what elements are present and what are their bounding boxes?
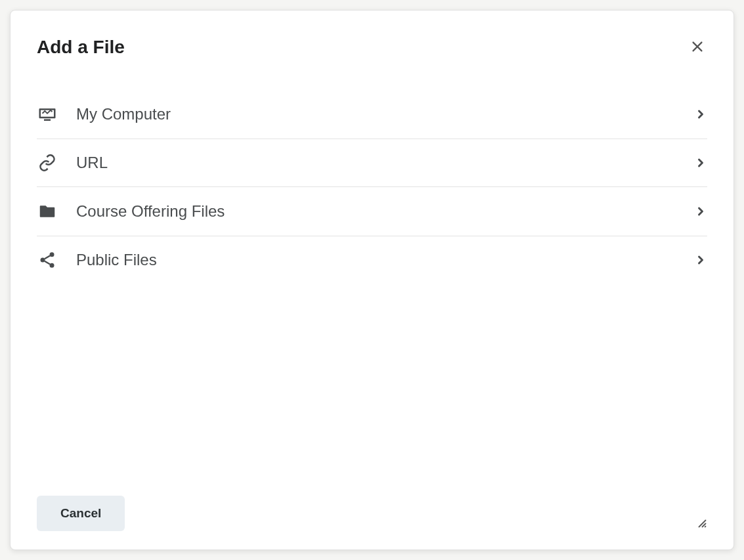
svg-point-3 bbox=[50, 252, 55, 257]
svg-line-10 bbox=[705, 527, 706, 527]
option-label: Course Offering Files bbox=[76, 202, 676, 221]
chevron-right-icon bbox=[694, 205, 707, 218]
dialog-title: Add a File bbox=[37, 37, 125, 58]
resize-handle[interactable] bbox=[694, 515, 707, 531]
add-file-dialog: Add a File My Computer bbox=[10, 10, 734, 550]
source-options-list: My Computer URL bbox=[37, 90, 707, 284]
chevron-right-icon bbox=[694, 108, 707, 121]
cancel-button[interactable]: Cancel bbox=[37, 496, 125, 531]
dialog-header: Add a File bbox=[37, 37, 707, 58]
svg-line-6 bbox=[45, 256, 50, 259]
computer-icon bbox=[37, 104, 58, 124]
dialog-footer: Cancel bbox=[37, 496, 707, 531]
share-icon bbox=[37, 251, 58, 269]
close-button[interactable] bbox=[688, 37, 707, 58]
folder-icon bbox=[37, 202, 58, 221]
link-icon bbox=[37, 154, 58, 172]
svg-rect-2 bbox=[44, 119, 51, 121]
svg-point-4 bbox=[41, 258, 45, 263]
option-label: Public Files bbox=[76, 251, 676, 269]
option-label: My Computer bbox=[76, 105, 676, 123]
option-course-offering-files[interactable]: Course Offering Files bbox=[37, 187, 707, 236]
option-url[interactable]: URL bbox=[37, 139, 707, 187]
spacer bbox=[37, 284, 707, 496]
svg-line-8 bbox=[699, 521, 706, 527]
svg-point-5 bbox=[50, 263, 55, 268]
svg-line-7 bbox=[45, 261, 50, 265]
chevron-right-icon bbox=[694, 156, 707, 169]
chevron-right-icon bbox=[694, 253, 707, 267]
option-public-files[interactable]: Public Files bbox=[37, 236, 707, 284]
option-my-computer[interactable]: My Computer bbox=[37, 90, 707, 139]
close-icon bbox=[690, 39, 705, 56]
option-label: URL bbox=[76, 154, 676, 172]
